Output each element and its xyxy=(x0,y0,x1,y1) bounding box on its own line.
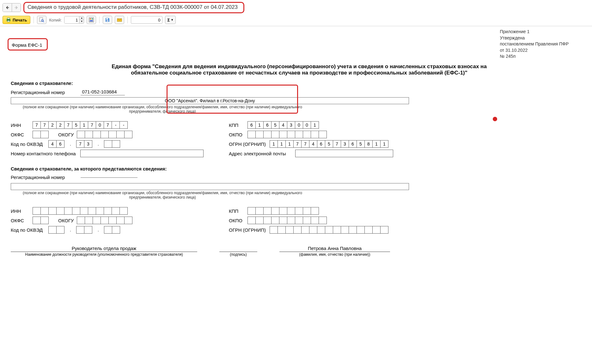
regnum2-value xyxy=(81,177,137,178)
section1-header: Сведения о страхователе: xyxy=(11,81,588,86)
record-marker-icon xyxy=(493,117,497,121)
copies-spinner: ▲ ▼ xyxy=(64,16,84,24)
copies-input[interactable] xyxy=(64,16,79,23)
toolbar: Печать Копий: ▲ ▼ xyxy=(0,15,592,26)
sig-position: Руководитель отдела продаж xyxy=(11,245,197,252)
okfs2-label: ОКФС xyxy=(11,218,30,223)
okfs2-cells xyxy=(33,217,49,224)
spin-down[interactable]: ▼ xyxy=(79,20,84,23)
ogrn2-label: ОГРН (ОГРНИП) xyxy=(229,227,267,233)
okpo2-label: ОКПО xyxy=(229,218,245,223)
inn-label: ИНН xyxy=(11,122,30,128)
kpp-label: КПП xyxy=(229,122,245,128)
forward-button[interactable] xyxy=(12,3,21,12)
save-button[interactable] xyxy=(103,16,112,24)
kpp-cells: 616543001 xyxy=(248,121,319,129)
ogrn-cells: 111774657365811 xyxy=(270,140,388,148)
inn2-label: ИНН xyxy=(11,208,30,214)
spin-up[interactable]: ▲ xyxy=(79,16,84,20)
printer-icon xyxy=(6,17,11,22)
regnum2-label: Регистрационный номер xyxy=(11,175,65,180)
nav-buttons xyxy=(3,3,21,12)
magnifier-icon xyxy=(39,17,44,22)
preview-button[interactable] xyxy=(37,16,46,24)
okved-cells-3 xyxy=(104,140,120,148)
sigma-icon: Σ xyxy=(167,18,170,22)
sig-signature xyxy=(219,245,257,252)
email-button[interactable] xyxy=(115,16,124,24)
sigma-button[interactable]: Σ ▼ xyxy=(165,16,176,24)
okfs-label: ОКФС xyxy=(11,132,30,137)
signature-row: Руководитель отдела продаж Наименование … xyxy=(11,245,588,257)
okogu2-label: ОКОГУ xyxy=(58,218,74,223)
svg-rect-1 xyxy=(7,18,10,19)
phone-label: Номер контактного телефона xyxy=(11,151,77,156)
okogu-label: ОКОГУ xyxy=(58,132,74,137)
document-body: Форма ЕФС-1 Приложение 1 Утверждена пост… xyxy=(0,26,592,266)
ogrn2-cells xyxy=(270,226,388,234)
org-name-hint: (полное или сокращенное (при наличии) на… xyxy=(11,105,314,114)
regnum-value: 071-052-103684 xyxy=(81,89,125,95)
org2-name-field xyxy=(11,183,409,190)
kpp2-cells xyxy=(248,207,319,215)
svg-rect-6 xyxy=(90,18,91,20)
form-title: Единая форма "Сведения для ведения индив… xyxy=(110,63,489,76)
svg-rect-10 xyxy=(107,20,108,21)
okogu2-cells xyxy=(77,217,132,224)
svg-rect-2 xyxy=(7,21,10,22)
sum-input[interactable] xyxy=(131,16,162,24)
sig-fio-hint: (фамилия, имя, отчество (при наличии)) xyxy=(279,252,390,257)
okfs-cells xyxy=(33,131,49,138)
email-field xyxy=(295,150,393,157)
layout-icon xyxy=(89,17,94,22)
section2-header: Сведения о страхователе, за которого пре… xyxy=(11,166,588,171)
floppy-icon xyxy=(105,17,110,22)
okpo2-cells xyxy=(248,217,327,224)
copies-label: Копий: xyxy=(49,18,62,22)
okved-cells-2: 73 xyxy=(76,140,92,148)
svg-rect-9 xyxy=(106,18,108,20)
inn2-cells xyxy=(33,207,128,215)
inn-cells: 7722751707-- xyxy=(33,121,128,129)
sig-position-hint: Наименование должности руководителя (упо… xyxy=(11,252,197,257)
form-name: Форма ЕФС-1 xyxy=(12,42,42,48)
regnum-label: Регистрационный номер xyxy=(11,90,65,95)
print-button[interactable]: Печать xyxy=(3,16,30,24)
chevron-down-icon: ▼ xyxy=(171,18,174,21)
settings-button[interactable] xyxy=(87,16,96,24)
email-label: Адрес электронной почты xyxy=(229,151,292,156)
okpo-label: ОКПО xyxy=(229,132,245,137)
arrow-right-icon xyxy=(14,5,19,10)
back-button[interactable] xyxy=(3,3,12,12)
org2-name-hint: (полное или сокращенное (при наличии) на… xyxy=(11,191,314,200)
arrow-left-icon xyxy=(5,5,9,10)
okved-label: Код по ОКВЭД xyxy=(11,141,46,147)
okved2-label: Код по ОКВЭД xyxy=(11,227,46,233)
kpp2-label: КПП xyxy=(229,208,245,214)
svg-rect-8 xyxy=(90,20,93,21)
approval-block: Приложение 1 Утверждена постановлением П… xyxy=(500,29,569,60)
print-label: Печать xyxy=(13,18,27,22)
org-name-field: ООО "Арсенал". Филиал в г.Ростов-на-Дону xyxy=(11,97,409,104)
okpo-cells xyxy=(248,131,327,138)
svg-rect-7 xyxy=(92,18,93,20)
sig-signature-hint: (подпись) xyxy=(219,252,257,257)
okogu-cells xyxy=(77,131,132,138)
ogrn-label: ОГРН (ОГРНИП) xyxy=(229,141,267,147)
okved-cells-1: 46 xyxy=(49,140,64,148)
document-title: Сведения о трудовой деятельности работни… xyxy=(23,2,244,13)
phone-field xyxy=(80,150,204,157)
sig-fio: Петрова Анна Павловна xyxy=(279,245,390,252)
envelope-icon xyxy=(117,17,122,22)
